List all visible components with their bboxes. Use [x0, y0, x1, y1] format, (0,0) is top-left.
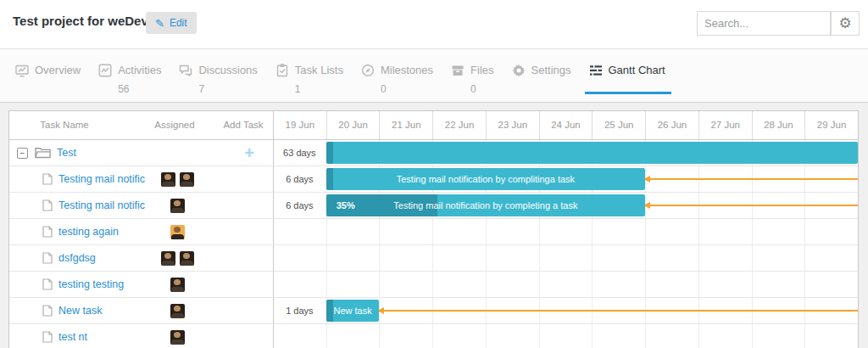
gantt-row: test nt	[9, 324, 858, 348]
task-name-cell: Testing mail notific	[9, 193, 273, 218]
column-header-assigned: Assigned	[141, 111, 209, 139]
bar-drag-handle[interactable]	[326, 142, 333, 164]
discussions-icon	[179, 64, 192, 77]
duration-label: 1 days	[273, 298, 326, 323]
gantt-bar[interactable]: New task	[326, 300, 380, 322]
date-header: 24 Jun	[539, 111, 593, 139]
date-header: 27 Jun	[698, 111, 752, 139]
avatar	[170, 278, 185, 292]
task-name-cell: dsfgdsg	[9, 245, 273, 271]
avatar	[161, 172, 175, 187]
gantt-bar[interactable]: 35%Testing mail notification by completi…	[326, 194, 645, 216]
task-link[interactable]: dsfgdsg	[58, 252, 96, 264]
avatar	[170, 225, 185, 239]
file-icon	[42, 278, 53, 290]
project-options-button[interactable]: ⚙	[831, 11, 860, 36]
column-header-task-name: Task Name	[9, 111, 120, 139]
date-header: 23 Jun	[486, 111, 539, 139]
tab-label: Milestones	[381, 64, 433, 76]
project-header: Test project for weDevs ✎ Edit ⚙	[0, 0, 868, 49]
bar-label: Testing mail notification by complitinga…	[326, 168, 645, 190]
task-link[interactable]: Testing mail notific	[58, 173, 145, 185]
tab-label: Settings	[531, 64, 571, 76]
tab-top: Activities	[98, 63, 161, 77]
task-link[interactable]: New task	[58, 305, 102, 317]
dependency-arrow-line	[644, 205, 858, 206]
task-link[interactable]: test nt	[58, 331, 87, 343]
task-name-cell: testing testing	[9, 272, 273, 297]
gantt-table: Task NameAssignedAdd Task19 Jun20 Jun21 …	[8, 110, 859, 348]
assigned-avatars	[143, 324, 211, 348]
folder-icon	[35, 147, 51, 159]
file-icon	[42, 331, 53, 343]
date-header: 21 Jun	[379, 111, 432, 139]
tab-label: Discussions	[198, 64, 257, 76]
avatar	[180, 251, 194, 266]
gear-icon: ⚙	[838, 15, 851, 31]
task-link[interactable]: Test	[57, 147, 76, 159]
edit-pencil-icon: ✎	[155, 18, 164, 29]
dependency-arrow-line	[378, 310, 858, 312]
tab-top: Settings	[512, 63, 571, 77]
gantt-bar[interactable]: Testing mail notification by complitinga…	[326, 168, 645, 190]
gantt-row-group: −Test+63 days	[9, 140, 858, 166]
assigned-avatars	[143, 193, 211, 218]
tab-count: 1	[295, 83, 343, 95]
search-input[interactable]	[697, 11, 831, 36]
tab-files[interactable]: Files0	[451, 63, 493, 102]
task-link[interactable]: testing testing	[58, 278, 124, 290]
active-tab-underline	[585, 92, 671, 94]
tab-activities[interactable]: Activities56	[98, 63, 161, 102]
file-icon	[42, 252, 53, 264]
file-icon	[42, 305, 53, 317]
task-name-cell: Testing mail notific	[9, 166, 273, 192]
tab-label: Gantt Chart	[609, 64, 665, 76]
tab-gantt-chart[interactable]: Gantt Chart	[589, 63, 665, 102]
gantt-chart-icon	[589, 64, 603, 77]
tab-settings[interactable]: Settings	[512, 63, 571, 102]
tab-top: Gantt Chart	[589, 63, 665, 77]
overview-icon	[15, 64, 29, 77]
gantt-row: Testing mail notific6 days35%Testing mai…	[9, 193, 858, 219]
activities-icon	[98, 64, 112, 77]
tab-task-lists[interactable]: Task Lists1	[275, 63, 343, 102]
tab-label: Activities	[118, 64, 161, 76]
avatar	[170, 330, 185, 345]
tab-discussions[interactable]: Discussions7	[179, 63, 257, 102]
tab-count: 0	[470, 83, 493, 95]
add-task-button[interactable]: +	[236, 140, 263, 166]
settings-gear-icon	[512, 64, 526, 77]
tab-overview[interactable]: Overview	[15, 63, 81, 102]
date-header: 19 Jun	[273, 111, 326, 139]
tab-top: Discussions	[179, 63, 257, 77]
gantt-row: dsfgdsg	[9, 245, 858, 272]
gantt-row: Testing mail notific6 daysTesting mail n…	[9, 166, 858, 193]
gantt-bar[interactable]	[326, 142, 858, 164]
task-link[interactable]: testing again	[58, 226, 119, 238]
tab-count: 0	[381, 83, 433, 95]
tab-label: Files	[470, 64, 493, 76]
tab-bar: OverviewActivities56Discussions7Task Lis…	[0, 49, 868, 103]
task-link[interactable]: Testing mail notific	[58, 199, 145, 211]
tab-milestones[interactable]: Milestones0	[361, 63, 433, 102]
tab-top: Milestones	[361, 63, 433, 77]
edit-button-label: Edit	[170, 17, 187, 29]
duration-label: 63 days	[273, 140, 326, 166]
tab-label: Overview	[35, 64, 81, 76]
page-title: Test project for weDevs	[13, 14, 155, 28]
bar-label: New task	[326, 300, 380, 322]
assigned-avatars	[143, 219, 211, 244]
tab-top: Overview	[15, 63, 81, 77]
task-name-cell: test nt	[9, 324, 273, 348]
edit-button[interactable]: ✎ Edit	[146, 12, 197, 34]
collapse-icon[interactable]: −	[17, 148, 28, 159]
files-icon	[451, 64, 465, 77]
avatar	[161, 251, 175, 266]
file-icon	[42, 226, 53, 238]
file-icon	[42, 199, 53, 211]
avatar	[170, 304, 185, 318]
task-name-cell: New task	[9, 298, 273, 323]
file-icon	[42, 173, 53, 185]
tab-top: Task Lists	[275, 63, 343, 77]
assigned-avatars	[143, 166, 211, 192]
